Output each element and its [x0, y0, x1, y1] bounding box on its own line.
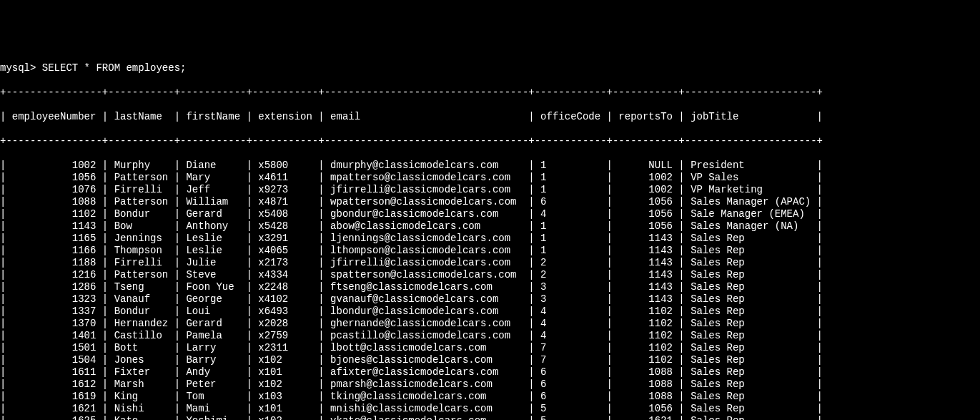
table-row: | 1286 | Tseng | Foon Yue | x2248 | ftse… [0, 281, 980, 293]
table-row: | 1504 | Jones | Barry | x102 | bjones@c… [0, 354, 980, 366]
table-row: | 1056 | Patterson | Mary | x4611 | mpat… [0, 172, 980, 184]
table-row: | 1625 | Kato | Yoshimi | x102 | ykato@c… [0, 415, 980, 420]
table-row: | 1337 | Bondur | Loui | x6493 | lbondur… [0, 306, 980, 318]
table-row: | 1088 | Patterson | William | x4871 | w… [0, 196, 980, 208]
table-border-top: +----------------+-----------+----------… [0, 87, 980, 99]
table-row: | 1401 | Castillo | Pamela | x2759 | pca… [0, 330, 980, 342]
table-row: | 1621 | Nishi | Mami | x101 | mnishi@cl… [0, 403, 980, 415]
table-header-row: | employeeNumber | lastName | firstName … [0, 111, 980, 123]
table-row: | 1370 | Hernandez | Gerard | x2028 | gh… [0, 318, 980, 330]
table-row: | 1216 | Patterson | Steve | x4334 | spa… [0, 269, 980, 281]
table-row: | 1166 | Thompson | Leslie | x4065 | lth… [0, 245, 980, 257]
table-row: | 1612 | Marsh | Peter | x102 | pmarsh@c… [0, 379, 980, 391]
table-border-mid: +----------------+-----------+----------… [0, 135, 980, 147]
terminal-output: mysql> SELECT * FROM employees; +-------… [0, 49, 980, 420]
table-row: | 1102 | Bondur | Gerard | x5408 | gbond… [0, 208, 980, 220]
table-row: | 1076 | Firrelli | Jeff | x9273 | jfirr… [0, 184, 980, 196]
table-row: | 1611 | Fixter | Andy | x101 | afixter@… [0, 366, 980, 379]
sql-prompt-line: mysql> SELECT * FROM employees; [0, 62, 980, 74]
table-rows: | 1002 | Murphy | Diane | x5800 | dmurph… [0, 160, 980, 420]
table-row: | 1165 | Jennings | Leslie | x3291 | lje… [0, 233, 980, 245]
table-row: | 1619 | King | Tom | x103 | tking@class… [0, 391, 980, 403]
table-row: | 1002 | Murphy | Diane | x5800 | dmurph… [0, 160, 980, 172]
table-row: | 1188 | Firrelli | Julie | x2173 | jfir… [0, 257, 980, 269]
table-row: | 1501 | Bott | Larry | x2311 | lbott@cl… [0, 342, 980, 354]
table-row: | 1143 | Bow | Anthony | x5428 | abow@cl… [0, 220, 980, 233]
table-row: | 1323 | Vanauf | George | x4102 | gvana… [0, 293, 980, 306]
